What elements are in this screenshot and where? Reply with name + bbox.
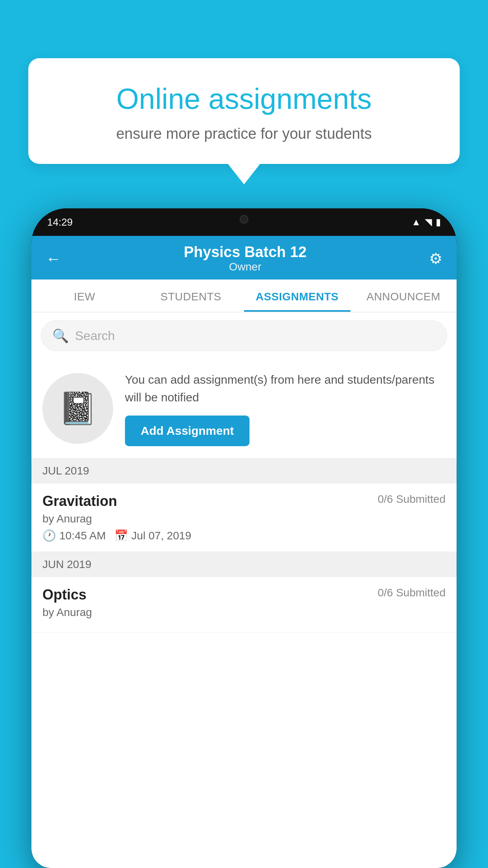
phone-status-bar: 14:29 ▲ ◥ ▮ [31,208,457,236]
phone-time: 14:29 [47,216,73,228]
tab-students[interactable]: STUDENTS [138,280,244,312]
tab-assignments[interactable]: ASSIGNMENTS [244,280,350,312]
assignment-item-optics[interactable]: Optics 0/6 Submitted by Anurag [31,577,457,633]
calendar-icon: 📅 [114,529,128,542]
notebook-icon: 📓 [58,390,97,427]
assignment-submitted-optics: 0/6 Submitted [378,587,446,599]
search-input[interactable]: Search [75,329,115,343]
back-button[interactable]: ← [46,251,61,267]
section-label-jun: JUN 2019 [42,558,92,570]
clock-icon: 🕐 [42,529,56,542]
header-title: Physics Batch 12 [61,244,429,261]
section-header-jul: JUL 2019 [31,458,457,484]
wifi-icon: ▲ [411,217,421,228]
signal-icon: ◥ [425,217,432,228]
assignment-author-optics: by Anurag [42,606,446,619]
info-description: You can add assignment(s) from here and … [125,371,446,406]
assignment-item-gravitation[interactable]: Gravitation 0/6 Submitted by Anurag 🕐 10… [31,484,457,552]
assignment-submitted-gravitation: 0/6 Submitted [378,493,446,506]
header-subtitle: Owner [61,261,429,273]
speech-bubble: Online assignments ensure more practice … [28,58,460,164]
search-input-wrap[interactable]: 🔍 Search [41,320,447,351]
tab-iew[interactable]: IEW [31,280,138,312]
camera [240,215,248,224]
phone-frame: 14:29 ▲ ◥ ▮ ← Physics Batch 12 Owner ⚙ I… [31,208,457,868]
speech-bubble-subtitle: ensure more practice for your students [56,125,432,142]
assignment-title-gravitation: Gravitation [42,493,117,509]
section-label-jul: JUL 2019 [42,465,89,477]
assignment-date-gravitation: Jul 07, 2019 [131,530,191,542]
speech-bubble-title: Online assignments [56,82,432,117]
tab-announcements[interactable]: ANNOUNCEM [350,280,457,312]
section-header-jun: JUN 2019 [31,552,457,577]
assignment-meta-gravitation: 🕐 10:45 AM 📅 Jul 07, 2019 [42,529,446,542]
tab-bar: IEW STUDENTS ASSIGNMENTS ANNOUNCEM [31,280,457,313]
settings-button[interactable]: ⚙ [429,250,442,267]
info-section: 📓 You can add assignment(s) from here an… [31,359,457,458]
phone-notch [213,208,275,230]
app-header: ← Physics Batch 12 Owner ⚙ [31,236,457,280]
assignment-icon-circle: 📓 [42,373,113,444]
info-text-group: You can add assignment(s) from here and … [125,371,446,446]
add-assignment-button[interactable]: Add Assignment [125,416,250,446]
status-icons: ▲ ◥ ▮ [411,217,441,228]
header-title-group: Physics Batch 12 Owner [61,244,429,273]
search-icon: 🔍 [52,328,69,344]
assignment-title-optics: Optics [42,587,86,603]
battery-icon: ▮ [436,217,441,228]
search-bar: 🔍 Search [31,313,457,359]
assignment-author-gravitation: by Anurag [42,513,446,525]
assignment-time-gravitation: 10:45 AM [59,530,106,542]
